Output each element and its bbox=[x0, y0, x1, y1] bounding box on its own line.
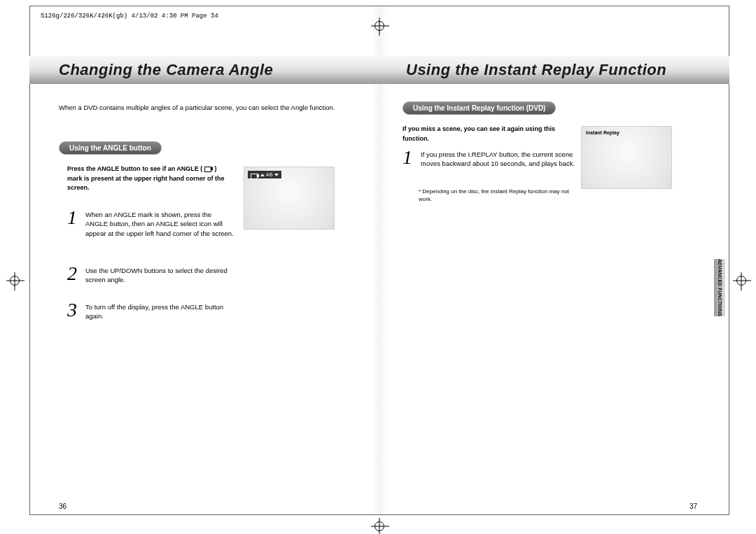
replay-bold-note: If you miss a scene, you can see it agai… bbox=[402, 125, 570, 143]
pill-instant-replay: Using the Instant Replay function (DVD) bbox=[402, 101, 556, 115]
thumbnail-replay: Instant Replay bbox=[581, 126, 672, 189]
step-number: 2 bbox=[67, 265, 85, 285]
page-number-right: 37 bbox=[690, 503, 697, 510]
angle-indicator-text: 4/6 bbox=[266, 172, 273, 177]
left-step-1: 1 When an ANGLE mark is shown, press the… bbox=[67, 209, 235, 238]
step-text: To turn off the display, press the ANGLE… bbox=[85, 301, 235, 321]
step-number: 1 bbox=[67, 209, 85, 238]
pill-angle-button: Using the ANGLE button bbox=[59, 141, 162, 155]
step-number: 3 bbox=[67, 301, 85, 321]
camera-icon bbox=[204, 165, 213, 171]
slugline: S126g/226/326K/426K(gb) 4/13/02 4:30 PM … bbox=[41, 13, 218, 20]
angle-indicator: 4/6 bbox=[248, 171, 281, 178]
step-text: When an ANGLE mark is shown, press the A… bbox=[85, 209, 235, 238]
registration-right bbox=[736, 276, 746, 286]
thumbnail-angle: 4/6 bbox=[244, 167, 335, 230]
intro-left: When a DVD contains multiple angles of a… bbox=[59, 104, 367, 111]
registration-left bbox=[10, 276, 20, 286]
page-number-left: 36 bbox=[59, 503, 66, 510]
left-step-3: 3 To turn off the display, press the ANG… bbox=[67, 301, 235, 321]
step-text: If you press the I.REPLAY button, the cu… bbox=[421, 148, 578, 169]
side-tab: ADVANCED FUNCTIONS bbox=[714, 259, 725, 316]
triangle-up-icon bbox=[260, 174, 265, 176]
title-right: Using the Instant Replay Function bbox=[406, 61, 666, 79]
thumbnail-replay-label: Instant Replay bbox=[586, 130, 620, 135]
registration-bottom bbox=[374, 521, 384, 531]
left-step-2: 2 Use the UP/DOWN buttons to select the … bbox=[67, 265, 235, 285]
angle-bold-note: Press the ANGLE button to see if an ANGL… bbox=[67, 164, 228, 193]
title-left: Changing the Camera Angle bbox=[59, 61, 273, 79]
angle-bold-note-pre: Press the ANGLE button to see if an ANGL… bbox=[67, 165, 202, 172]
replay-footnote: * Depending on the disc, the Instant Rep… bbox=[419, 188, 580, 203]
step-text: Use the UP/DOWN buttons to select the de… bbox=[85, 265, 235, 285]
step-number: 1 bbox=[402, 148, 421, 169]
triangle-down-icon bbox=[274, 174, 279, 176]
right-step-1: 1 If you press the I.REPLAY button, the … bbox=[402, 148, 578, 169]
camera-icon-small bbox=[251, 172, 259, 178]
